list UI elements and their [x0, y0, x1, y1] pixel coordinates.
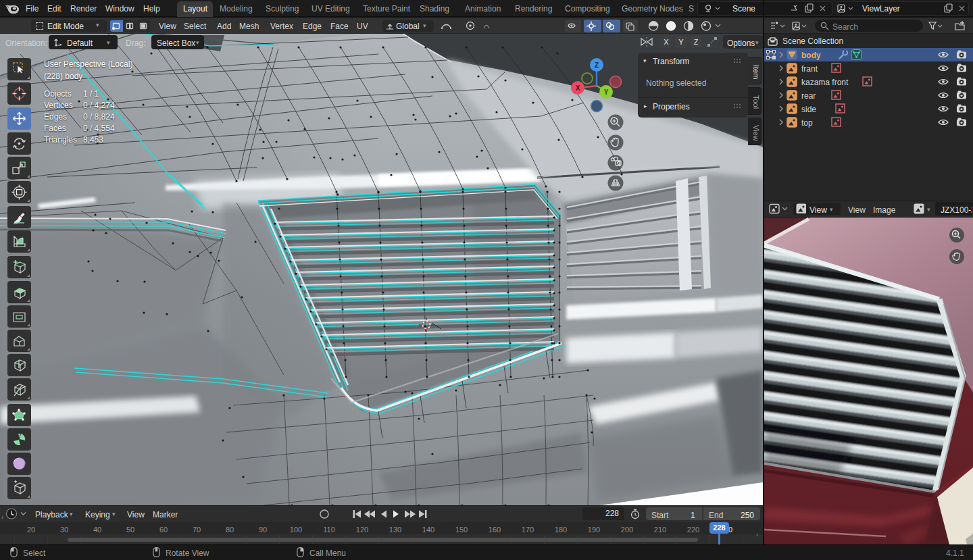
svg-text:Z: Z [595, 61, 599, 69]
svg-text:X: X [576, 84, 580, 92]
svg-text:Y: Y [604, 88, 609, 96]
